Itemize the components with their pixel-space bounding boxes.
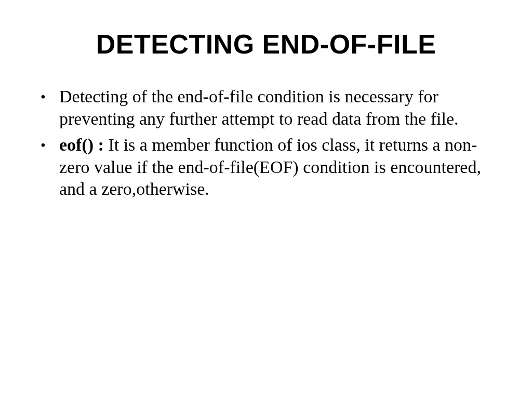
bullet-marker: • (36, 134, 59, 201)
slide-title: DETECTING END-OF-FILE (36, 29, 496, 60)
bullet-marker: • (36, 86, 59, 130)
bullet-text: Detecting of the end-of-file condition i… (59, 86, 496, 130)
bullet-text: eof() : It is a member function of ios c… (59, 134, 496, 201)
slide-content: • Detecting of the end-of-file condition… (36, 86, 496, 201)
bullet-item: • Detecting of the end-of-file condition… (36, 86, 496, 130)
slide-container: DETECTING END-OF-FILE • Detecting of the… (0, 0, 532, 399)
bold-label: eof() : (59, 135, 104, 154)
bullet-item: • eof() : It is a member function of ios… (36, 134, 496, 201)
bullet-body: It is a member function of ios class, it… (59, 135, 481, 198)
